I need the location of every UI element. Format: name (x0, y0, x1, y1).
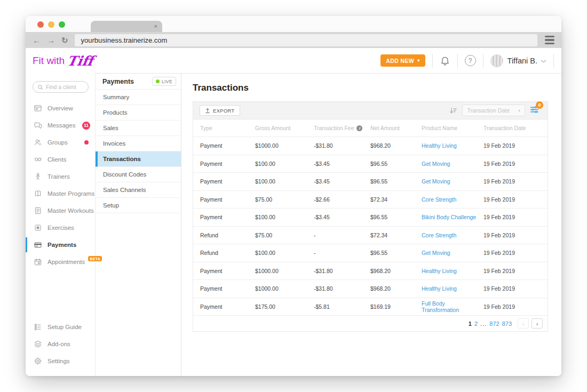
cell-gross-amount: $100.00 (255, 250, 314, 256)
filters-button[interactable]: 0 (530, 105, 539, 116)
table-row[interactable]: Refund $100.00 - $96.55 Get Moving 19 Fe… (193, 244, 548, 262)
sidebar-item-setup-guide[interactable]: Setup Guide (26, 318, 95, 335)
cell-transaction-date: 19 Feb 2019 (483, 232, 548, 238)
live-status-badge: LIVE (152, 77, 176, 86)
cell-gross-amount: $100.00 (255, 178, 314, 185)
submenu-item-sales-channels[interactable]: Sales Channels (96, 182, 181, 198)
product-link[interactable]: Healthy Living (422, 268, 483, 274)
user-menu[interactable]: Tiffani B. (507, 57, 537, 65)
app: Fit with Tiff ADD NEW ▾ ? (26, 48, 561, 376)
table-row[interactable]: Payment $1000.00 -$31.80 $968.20 Healthy… (193, 279, 548, 298)
product-link[interactable]: Core Strength (422, 232, 483, 238)
browser-menu-icon[interactable] (545, 36, 554, 45)
sidebar-item-settings[interactable]: Settings (26, 353, 95, 370)
previous-page-button[interactable]: ‹ (518, 318, 529, 329)
document-icon (34, 206, 42, 215)
product-link[interactable]: Healthy Living (422, 142, 483, 149)
table-row[interactable]: Payment $1000.00 -$31.80 $968.20 Healthy… (193, 137, 548, 155)
avatar[interactable] (490, 54, 503, 67)
refresh-icon[interactable]: ↻ (61, 36, 68, 44)
cell-gross-amount: $1000.00 (255, 268, 314, 274)
product-link[interactable]: Healthy Living (422, 285, 483, 292)
table-row[interactable]: Payment $100.00 -$3.45 $96.55 Get Moving… (193, 172, 548, 190)
sidebar-item-add-ons[interactable]: Add-ons (26, 335, 95, 353)
table-row[interactable]: Payment $75.00 -$2.66 $72.34 Core Streng… (193, 190, 548, 209)
table-row[interactable]: Payment $1000.00 -$31.80 $968.20 Healthy… (193, 262, 548, 280)
messages-icon (34, 121, 42, 130)
export-button[interactable]: EXPORT (200, 105, 240, 116)
tab-close-icon[interactable]: × (154, 23, 157, 29)
cell-transaction-date: 19 Feb 2019 (483, 161, 548, 167)
column-header-transaction-date[interactable]: Transaction Date (483, 125, 548, 131)
sidebar-item-groups[interactable]: Groups (26, 134, 95, 151)
chevron-down-icon[interactable] (541, 56, 546, 66)
submenu-item-setup[interactable]: Setup (96, 198, 181, 213)
address-bar[interactable]: yourbusiness.trainerize.com (75, 34, 537, 46)
sort-field-dropdown[interactable]: Transaction Date ▾ (462, 105, 525, 116)
cell-net-amount: $968.20 (370, 268, 422, 274)
sidebar-item-overview[interactable]: Overview (26, 100, 95, 117)
product-link[interactable]: Full Body Transformation (422, 300, 483, 313)
next-page-button[interactable]: › (532, 318, 543, 329)
column-header-type[interactable]: Type (200, 125, 255, 131)
sidebar-item-exercises[interactable]: Exercises (26, 219, 95, 236)
product-link[interactable]: Get Moving (422, 161, 483, 167)
column-header-gross-amount[interactable]: Gross Amount (255, 125, 314, 131)
page-number-current[interactable]: 1 (469, 321, 472, 327)
sort-direction-icon[interactable] (449, 107, 457, 115)
page-number-link[interactable]: 2 (474, 321, 478, 327)
column-header-net-amount[interactable]: Net Amount (370, 125, 422, 131)
browser-tab[interactable]: × (91, 21, 162, 32)
client-search[interactable] (33, 81, 89, 93)
table-row[interactable]: Refund $75.00 - $72.34 Core Strength 19 … (193, 226, 548, 244)
help-icon[interactable]: ? (465, 55, 476, 66)
cell-gross-amount: $75.00 (255, 196, 314, 203)
column-header-transaction-fee[interactable]: Transaction Fee i (314, 125, 370, 131)
cell-transaction-fee: - (314, 250, 370, 256)
sidebar-item-master-programs[interactable]: Master Programs (26, 185, 95, 202)
submenu-item-products[interactable]: Products (96, 105, 181, 121)
product-link[interactable]: Get Moving (422, 250, 483, 256)
sidebar-item-clients[interactable]: Clients (26, 151, 95, 168)
submenu-item-invoices[interactable]: Invoices (96, 136, 181, 151)
submenu-item-summary[interactable]: Summary (96, 90, 181, 105)
sidebar-item-trainers[interactable]: Trainers (26, 168, 95, 185)
table-row[interactable]: Payment $175.00 -$5.81 $169.19 Full Body… (193, 298, 548, 316)
product-link[interactable]: Bikini Body Challenge (422, 214, 483, 220)
page-number-link[interactable]: 873 (502, 321, 512, 327)
submenu-item-transactions[interactable]: Transactions (96, 151, 181, 167)
search-input[interactable] (46, 84, 83, 90)
back-icon[interactable]: ← (33, 36, 41, 44)
sidebar-item-appointments[interactable]: Appointments BETA (26, 253, 95, 270)
info-icon[interactable]: i (356, 125, 362, 131)
zoom-window-button[interactable] (59, 21, 65, 28)
column-header-product-name[interactable]: Product Name (422, 125, 483, 131)
sidebar-item-master-workouts[interactable]: Master Workouts (26, 202, 95, 219)
cell-transaction-fee: -$3.45 (314, 214, 370, 220)
minimize-window-button[interactable] (48, 21, 54, 28)
cell-transaction-date: 19 Feb 2019 (483, 268, 548, 274)
browser-window: × ← → ↻ yourbusiness.trainerize.com Fit … (26, 16, 561, 376)
table-row[interactable]: Payment $100.00 -$3.45 $96.55 Get Moving… (193, 155, 548, 173)
submenu-item-discount-codes[interactable]: Discount Codes (96, 167, 181, 182)
table-row[interactable]: Payment $100.00 -$3.45 $96.55 Bikini Bod… (193, 208, 548, 226)
sidebar-item-messages[interactable]: Messages 11 (26, 117, 95, 134)
table-toolbar: EXPORT Transaction Date ▾ 0 (193, 102, 548, 119)
product-link[interactable]: Core Strength (422, 196, 483, 203)
cell-transaction-date: 19 Feb 2019 (483, 142, 548, 149)
cell-net-amount: $169.19 (370, 303, 422, 310)
forward-icon[interactable]: → (47, 36, 55, 44)
header-actions: ADD NEW ▾ ? Tiffani B. (95, 48, 561, 74)
close-window-button[interactable] (37, 21, 44, 28)
product-link[interactable]: Get Moving (422, 178, 483, 185)
chevron-down-icon: ▾ (518, 108, 520, 113)
add-new-button[interactable]: ADD NEW ▾ (380, 54, 425, 67)
sidebar-item-payments[interactable]: Payments (26, 236, 95, 253)
page-number-link[interactable]: 872 (489, 321, 499, 327)
window-controls (37, 21, 65, 28)
gear-icon (34, 357, 42, 365)
submenu-item-sales[interactable]: Sales (96, 121, 181, 136)
notifications-bell-icon[interactable] (440, 55, 450, 66)
cell-gross-amount: $75.00 (255, 232, 314, 238)
table-body: Payment $1000.00 -$31.80 $968.20 Healthy… (193, 137, 548, 315)
